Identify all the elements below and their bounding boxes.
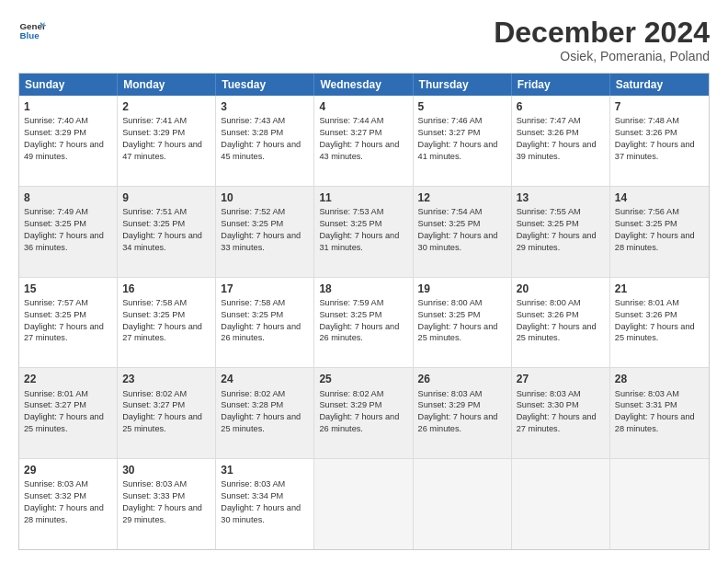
day-number: 14 — [615, 190, 704, 205]
cell-info: Sunrise: 8:03 AM Sunset: 3:34 PM Dayligh… — [221, 479, 301, 523]
cell-info: Sunrise: 8:00 AM Sunset: 3:26 PM Dayligh… — [517, 298, 597, 342]
cal-cell: 14Sunrise: 7:56 AM Sunset: 3:25 PM Dayli… — [610, 187, 709, 277]
cal-cell: 10Sunrise: 7:52 AM Sunset: 3:25 PM Dayli… — [216, 187, 314, 277]
cell-info: Sunrise: 8:01 AM Sunset: 3:26 PM Dayligh… — [615, 298, 695, 342]
day-number: 19 — [418, 282, 506, 296]
cal-cell: 29Sunrise: 8:03 AM Sunset: 3:32 PM Dayli… — [19, 459, 118, 549]
day-number: 2 — [122, 99, 210, 114]
main-title: December 2024 — [494, 17, 710, 49]
day-number: 18 — [319, 282, 407, 296]
cell-info: Sunrise: 8:03 AM Sunset: 3:31 PM Dayligh… — [615, 389, 695, 433]
cal-cell — [314, 459, 413, 549]
cal-cell: 2Sunrise: 7:41 AM Sunset: 3:29 PM Daylig… — [118, 96, 216, 186]
header-day-wednesday: Wednesday — [314, 74, 413, 96]
logo-icon: General Blue — [18, 17, 46, 44]
week-row-3: 22Sunrise: 8:01 AM Sunset: 3:27 PM Dayli… — [19, 368, 709, 459]
week-row-2: 15Sunrise: 7:57 AM Sunset: 3:25 PM Dayli… — [19, 278, 709, 369]
cal-cell: 12Sunrise: 7:54 AM Sunset: 3:25 PM Dayli… — [414, 187, 512, 277]
day-number: 27 — [517, 372, 605, 386]
cal-cell: 6Sunrise: 7:47 AM Sunset: 3:26 PM Daylig… — [512, 96, 610, 186]
cal-cell: 4Sunrise: 7:44 AM Sunset: 3:27 PM Daylig… — [314, 96, 413, 186]
title-block: December 2024 Osiek, Pomerania, Poland — [494, 17, 710, 63]
week-row-0: 1Sunrise: 7:40 AM Sunset: 3:29 PM Daylig… — [19, 96, 709, 187]
cell-info: Sunrise: 8:00 AM Sunset: 3:25 PM Dayligh… — [418, 298, 498, 342]
day-number: 21 — [615, 282, 704, 296]
cal-cell: 31Sunrise: 8:03 AM Sunset: 3:34 PM Dayli… — [216, 459, 314, 549]
cal-cell: 25Sunrise: 8:02 AM Sunset: 3:29 PM Dayli… — [314, 368, 413, 458]
week-row-1: 8Sunrise: 7:49 AM Sunset: 3:25 PM Daylig… — [19, 187, 709, 278]
cal-cell: 9Sunrise: 7:51 AM Sunset: 3:25 PM Daylig… — [118, 187, 216, 277]
day-number: 29 — [24, 463, 112, 477]
header-day-sunday: Sunday — [19, 74, 118, 96]
day-number: 25 — [319, 372, 407, 386]
cell-info: Sunrise: 7:53 AM Sunset: 3:25 PM Dayligh… — [319, 207, 399, 251]
cal-cell: 24Sunrise: 8:02 AM Sunset: 3:28 PM Dayli… — [216, 368, 314, 458]
cal-cell: 7Sunrise: 7:48 AM Sunset: 3:26 PM Daylig… — [610, 96, 709, 186]
cal-cell: 19Sunrise: 8:00 AM Sunset: 3:25 PM Dayli… — [414, 278, 512, 368]
page: General Blue December 2024 Osiek, Pomera… — [0, 0, 728, 563]
cal-cell: 11Sunrise: 7:53 AM Sunset: 3:25 PM Dayli… — [314, 187, 413, 277]
cal-cell: 5Sunrise: 7:46 AM Sunset: 3:27 PM Daylig… — [414, 96, 512, 186]
cell-info: Sunrise: 7:46 AM Sunset: 3:27 PM Dayligh… — [418, 116, 498, 160]
cell-info: Sunrise: 7:51 AM Sunset: 3:25 PM Dayligh… — [122, 207, 202, 251]
header-day-saturday: Saturday — [610, 74, 709, 96]
cal-cell: 28Sunrise: 8:03 AM Sunset: 3:31 PM Dayli… — [610, 368, 709, 458]
day-number: 31 — [221, 463, 309, 477]
day-number: 12 — [418, 190, 506, 205]
cell-info: Sunrise: 8:03 AM Sunset: 3:29 PM Dayligh… — [418, 389, 498, 433]
cal-cell — [610, 459, 709, 549]
day-number: 26 — [418, 372, 506, 386]
day-number: 1 — [24, 99, 112, 114]
cell-info: Sunrise: 7:57 AM Sunset: 3:25 PM Dayligh… — [24, 298, 104, 342]
calendar: SundayMondayTuesdayWednesdayThursdayFrid… — [18, 73, 710, 550]
day-number: 4 — [319, 99, 407, 114]
cell-info: Sunrise: 7:52 AM Sunset: 3:25 PM Dayligh… — [221, 207, 301, 251]
cal-cell: 13Sunrise: 7:55 AM Sunset: 3:25 PM Dayli… — [512, 187, 610, 277]
cell-info: Sunrise: 7:43 AM Sunset: 3:28 PM Dayligh… — [221, 116, 301, 160]
day-number: 13 — [517, 190, 605, 205]
calendar-body: 1Sunrise: 7:40 AM Sunset: 3:29 PM Daylig… — [19, 96, 709, 549]
day-number: 7 — [615, 99, 704, 114]
cal-cell: 20Sunrise: 8:00 AM Sunset: 3:26 PM Dayli… — [512, 278, 610, 368]
day-number: 6 — [517, 99, 605, 114]
day-number: 15 — [24, 282, 112, 296]
day-number: 17 — [221, 282, 309, 296]
day-number: 20 — [517, 282, 605, 296]
cell-info: Sunrise: 7:58 AM Sunset: 3:25 PM Dayligh… — [122, 298, 202, 342]
cell-info: Sunrise: 7:58 AM Sunset: 3:25 PM Dayligh… — [221, 298, 301, 342]
header: General Blue December 2024 Osiek, Pomera… — [18, 17, 710, 63]
cell-info: Sunrise: 7:54 AM Sunset: 3:25 PM Dayligh… — [418, 207, 498, 251]
header-day-monday: Monday — [118, 74, 216, 96]
cal-cell: 23Sunrise: 8:02 AM Sunset: 3:27 PM Dayli… — [118, 368, 216, 458]
cal-cell — [414, 459, 512, 549]
cell-info: Sunrise: 7:56 AM Sunset: 3:25 PM Dayligh… — [615, 207, 695, 251]
cell-info: Sunrise: 7:48 AM Sunset: 3:26 PM Dayligh… — [615, 116, 695, 160]
cal-cell: 1Sunrise: 7:40 AM Sunset: 3:29 PM Daylig… — [19, 96, 118, 186]
cell-info: Sunrise: 8:03 AM Sunset: 3:33 PM Dayligh… — [122, 479, 202, 523]
day-number: 5 — [418, 99, 506, 114]
cell-info: Sunrise: 7:44 AM Sunset: 3:27 PM Dayligh… — [319, 116, 399, 160]
cell-info: Sunrise: 8:03 AM Sunset: 3:32 PM Dayligh… — [24, 479, 104, 523]
header-day-friday: Friday — [512, 74, 610, 96]
cell-info: Sunrise: 8:02 AM Sunset: 3:27 PM Dayligh… — [122, 389, 202, 433]
cell-info: Sunrise: 8:02 AM Sunset: 3:28 PM Dayligh… — [221, 389, 301, 433]
cal-cell: 18Sunrise: 7:59 AM Sunset: 3:25 PM Dayli… — [314, 278, 413, 368]
day-number: 28 — [615, 372, 704, 386]
logo: General Blue — [18, 17, 46, 44]
day-number: 23 — [122, 372, 210, 386]
cell-info: Sunrise: 7:59 AM Sunset: 3:25 PM Dayligh… — [319, 298, 399, 342]
calendar-header: SundayMondayTuesdayWednesdayThursdayFrid… — [19, 74, 709, 96]
cal-cell: 8Sunrise: 7:49 AM Sunset: 3:25 PM Daylig… — [19, 187, 118, 277]
cal-cell: 3Sunrise: 7:43 AM Sunset: 3:28 PM Daylig… — [216, 96, 314, 186]
day-number: 10 — [221, 190, 309, 205]
cell-info: Sunrise: 7:49 AM Sunset: 3:25 PM Dayligh… — [24, 207, 104, 251]
header-day-thursday: Thursday — [414, 74, 512, 96]
cal-cell: 30Sunrise: 8:03 AM Sunset: 3:33 PM Dayli… — [118, 459, 216, 549]
header-day-tuesday: Tuesday — [216, 74, 314, 96]
cal-cell: 16Sunrise: 7:58 AM Sunset: 3:25 PM Dayli… — [118, 278, 216, 368]
cell-info: Sunrise: 7:40 AM Sunset: 3:29 PM Dayligh… — [24, 116, 104, 160]
day-number: 9 — [122, 190, 210, 205]
day-number: 3 — [221, 99, 309, 114]
day-number: 11 — [319, 190, 407, 205]
cell-info: Sunrise: 7:41 AM Sunset: 3:29 PM Dayligh… — [122, 116, 202, 160]
